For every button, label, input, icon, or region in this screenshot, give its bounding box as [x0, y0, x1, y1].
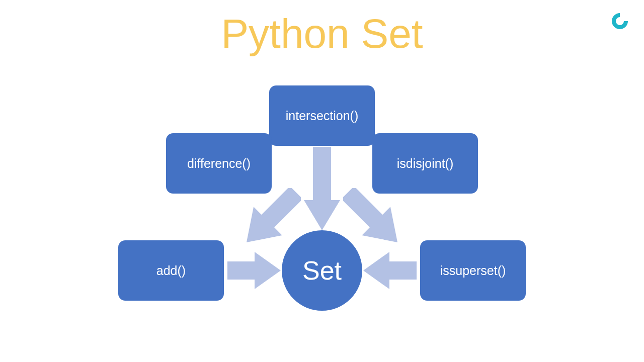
node-label-difference: difference() — [187, 156, 251, 171]
node-isdisjoint: isdisjoint() — [372, 133, 478, 194]
node-label-issuperset: issuperset() — [440, 263, 506, 278]
svg-marker-3 — [227, 252, 281, 289]
arrow-add — [227, 252, 281, 289]
svg-marker-4 — [363, 252, 417, 289]
page-title: Python Set — [0, 10, 644, 57]
arrow-isdisjoint — [343, 188, 398, 243]
node-intersection: intersection() — [269, 85, 375, 146]
arrow-difference — [246, 188, 301, 243]
center-node-label: Set — [302, 255, 342, 286]
svg-marker-0 — [304, 147, 340, 230]
svg-marker-1 — [246, 188, 301, 243]
arrow-issuperset — [363, 252, 417, 289]
svg-marker-2 — [343, 188, 398, 243]
node-label-add: add() — [156, 263, 186, 278]
node-label-isdisjoint: isdisjoint() — [397, 156, 454, 171]
arrow-intersection — [304, 147, 340, 230]
node-issuperset: issuperset() — [420, 240, 526, 301]
node-add: add() — [118, 240, 224, 301]
node-difference: difference() — [166, 133, 272, 194]
node-label-intersection: intersection() — [286, 109, 359, 123]
